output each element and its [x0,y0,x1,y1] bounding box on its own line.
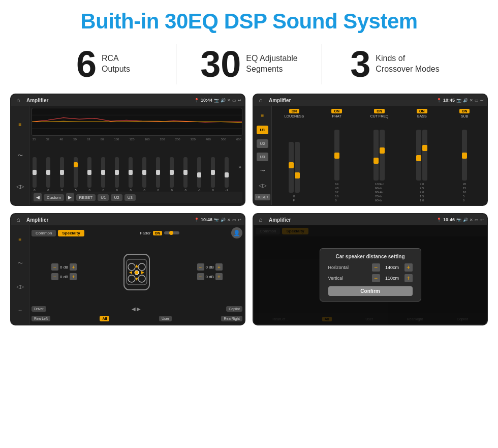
amp-loudness-slider-l[interactable] [289,142,294,193]
amp-u2-sidebar[interactable]: U2 [257,139,268,148]
common-home-icon[interactable]: ⌂ [14,216,22,224]
amp-bass-slider-g[interactable] [422,130,427,181]
home-icon[interactable]: ⌂ [14,96,22,104]
cs-vol-icon[interactable]: ◁▷ [15,281,26,292]
eq-u3-btn[interactable]: U3 [124,194,136,201]
amp-cutfreq-on[interactable]: ON [374,109,385,113]
eq-track-2[interactable] [60,157,64,188]
amp-loudness-thumb-l[interactable] [289,162,294,168]
fader-slider[interactable] [164,231,179,234]
amp-loudness-on[interactable]: ON [289,109,300,113]
amp-bass-thumb-g[interactable] [422,145,427,151]
eq-track-1[interactable] [46,157,50,188]
eq-custom-btn[interactable]: Custom [44,194,64,201]
user-btn[interactable]: User [159,316,172,321]
rearright-btn[interactable]: RearRight [221,316,242,321]
eq-track-3[interactable] [74,157,78,188]
amp-sidebar-eq-icon[interactable]: ≡ [257,110,268,122]
cs-wave-icon[interactable]: 〜 [15,258,26,269]
vertical-plus-btn[interactable]: + [404,274,413,282]
left-bot-minus[interactable]: − [51,273,58,280]
dialog-back-icon[interactable]: ↩ [480,218,484,222]
specialty-tab-btn[interactable]: Specialty [58,230,84,236]
eq-thumb-0[interactable] [33,170,37,175]
eq-thumb-4[interactable] [87,170,91,175]
amp-cutfreq-slider-f[interactable] [374,130,379,181]
eq-thumb-9[interactable] [156,170,160,175]
amp-cutfreq-slider-g[interactable] [380,130,385,181]
amp-loudness-thumb-r[interactable] [295,172,300,178]
right-top-minus[interactable]: − [197,263,204,271]
amp-home-icon[interactable]: ⌂ [257,96,265,104]
eq-sidebar-wave-icon[interactable]: 〜 [15,150,26,161]
eq-thumb-1[interactable] [46,170,50,175]
all-btn[interactable]: All [100,316,109,321]
eq-track-4[interactable] [87,157,91,188]
back-icon[interactable]: ↩ [238,98,241,103]
amp-u3-sidebar[interactable]: U3 [257,153,268,161]
copilot-btn[interactable]: Copilot [226,306,242,312]
right-top-plus[interactable]: + [215,263,223,271]
right-bot-minus[interactable]: − [197,273,204,280]
eq-next-btn[interactable]: ▶ [66,193,74,201]
eq-sidebar-eq-icon[interactable]: ≡ [15,119,26,130]
amp-bass-thumb-f[interactable] [416,155,421,161]
amp-sidebar-spk-icon[interactable]: ◁▷ [257,180,268,191]
eq-track-11[interactable] [183,157,188,188]
amp-phat-thumb[interactable] [334,153,339,159]
eq-thumb-8[interactable] [142,170,146,175]
eq-u1-btn[interactable]: U1 [98,194,109,201]
eq-thumb-10[interactable] [170,170,174,175]
amp-reset-btn[interactable]: RESET [255,194,270,200]
vertical-minus-btn[interactable]: − [372,274,380,282]
eq-thumb-12[interactable] [197,172,201,177]
eq-thumb-2[interactable] [60,170,64,175]
eq-sidebar-speaker-icon[interactable]: ◁▷ [15,181,26,192]
dialog-home-icon[interactable]: ⌂ [257,216,265,224]
fader-thumb[interactable] [169,231,173,235]
eq-thumb-7[interactable] [129,170,133,175]
amp-loudness-slider-r[interactable] [295,142,300,193]
amp-back-icon[interactable]: ↩ [480,98,484,103]
eq-track-6[interactable] [115,157,119,188]
left-bot-plus[interactable]: + [70,273,77,280]
eq-track-5[interactable] [101,157,105,188]
amp-sub-thumb[interactable] [462,153,467,159]
amp-cutfreq-thumb-g[interactable] [380,147,385,154]
cs-arrows-icon[interactable]: ↔ [15,304,26,315]
amp-bass-slider-f[interactable] [416,130,421,181]
eq-thumb-14[interactable] [225,172,229,177]
cs-eq-icon[interactable]: ≡ [15,234,26,246]
eq-more-icon[interactable]: » [238,164,241,170]
eq-track-10[interactable] [170,157,174,188]
amp-sub-slider[interactable] [462,130,467,181]
common-back-icon[interactable]: ↩ [238,218,241,222]
eq-track-7[interactable] [129,157,133,188]
rearleft-btn[interactable]: RearLeft [32,316,50,321]
fader-on-badge[interactable]: ON [153,231,163,235]
eq-u2-btn[interactable]: U2 [111,194,122,201]
amp-sidebar-wave-icon[interactable]: 〜 [257,165,268,176]
confirm-button[interactable]: Confirm [328,286,413,296]
amp-sub-on[interactable]: ON [459,109,470,113]
left-top-plus[interactable]: + [70,263,77,271]
horizontal-minus-btn[interactable]: − [372,263,380,272]
eq-thumb-5[interactable] [101,170,105,175]
eq-track-13[interactable] [211,157,215,188]
common-tab-btn[interactable]: Common [32,230,56,236]
horizontal-plus-btn[interactable]: + [404,263,413,272]
eq-thumb-13[interactable] [211,170,215,175]
left-top-minus[interactable]: − [51,263,58,271]
eq-thumb-3[interactable] [74,162,78,167]
eq-track-9[interactable] [156,157,160,188]
amp-u1-sidebar[interactable]: U1 [257,126,268,134]
driver-btn[interactable]: Driver [32,306,46,312]
amp-phat-slider[interactable] [334,130,339,181]
arrow-right-icon[interactable]: ▶ [137,306,141,312]
eq-track-12[interactable] [197,157,201,188]
amp-bass-on[interactable]: ON [417,109,427,113]
eq-thumb-11[interactable] [183,170,188,175]
eq-track-14[interactable] [225,157,229,188]
arrow-left-icon[interactable]: ◀ [132,306,136,312]
amp-phat-on[interactable]: ON [331,109,342,113]
